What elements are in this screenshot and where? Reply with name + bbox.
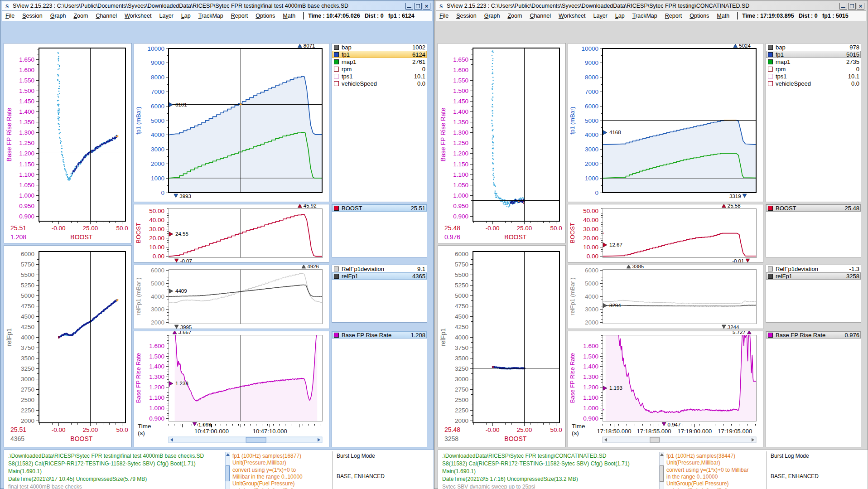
menu-session[interactable]: Session <box>456 13 476 19</box>
svg-text:3250: 3250 <box>21 365 34 372</box>
close-button[interactable]: × <box>423 3 430 10</box>
svg-text:Base FP Rise Rate: Base FP Rise Rate <box>135 353 142 403</box>
menu-worksheet[interactable]: Worksheet <box>559 13 586 19</box>
time-chart[interactable]: 0.9001.0001.1001.2001.3001.4001.5001.600… <box>134 331 329 447</box>
legend-row-rpm[interactable]: rpm0 <box>332 65 427 73</box>
maximize-button[interactable] <box>848 3 856 10</box>
svg-text:fp1 (mBar): fp1 (mBar) <box>135 107 142 134</box>
legend-row-fp1[interactable]: fp15015 <box>766 51 861 58</box>
log-scrollbar[interactable] <box>225 452 230 489</box>
legend-row-Base FP Rise Rate[interactable]: Base FP Rise Rate1.208 <box>332 331 427 339</box>
menu-options[interactable]: Options <box>690 13 709 19</box>
svg-text:4000: 4000 <box>21 334 34 341</box>
menu-lap[interactable]: Lap <box>615 13 625 19</box>
legend-channels: bap1002fp16124map12761rpm0tps110.1vehicl… <box>332 43 427 202</box>
menu-trackmap[interactable]: TrackMap <box>198 13 223 19</box>
time-chart[interactable]: 0100020003000400050006000700080009000100… <box>134 44 329 202</box>
legend-row-BOOST[interactable]: BOOST25.48 <box>766 204 861 212</box>
menu-report[interactable]: Report <box>231 13 248 19</box>
scroll-thumb[interactable] <box>660 465 664 482</box>
svg-text:0.950: 0.950 <box>19 203 34 209</box>
legend-row-rpm[interactable]: rpm0 <box>766 65 861 73</box>
menu-layer[interactable]: Layer <box>159 13 173 19</box>
time-chart[interactable]: 0.9001.0001.1001.2001.3001.4001.5001.600… <box>568 331 763 447</box>
legend-row-map1[interactable]: map12761 <box>332 58 427 65</box>
menu-graph[interactable]: Graph <box>50 13 66 19</box>
title-bar[interactable]: SSView 2.15.223 : C:\Users\Public\Docume… <box>436 1 866 11</box>
legend-row-fp1[interactable]: fp16124 <box>332 51 427 58</box>
legend-row-bap[interactable]: bap978 <box>766 44 861 51</box>
legend-row-bap[interactable]: bap1002 <box>332 44 427 51</box>
legend-row-vehicleSpeed[interactable]: vehicleSpeed0.0 <box>332 80 427 87</box>
channel-name: rpm <box>776 66 856 73</box>
svg-text:4500: 4500 <box>455 313 468 320</box>
scroll-thumb[interactable] <box>246 437 266 442</box>
menu-channel[interactable]: Channel <box>530 13 551 19</box>
svg-text:4750: 4750 <box>455 303 468 310</box>
svg-text:7000: 7000 <box>151 88 164 95</box>
time-chart[interactable]: 20003000400050006000relFp1 (mBar )492639… <box>134 265 329 329</box>
legend-row-tps1[interactable]: tps110.1 <box>766 73 861 80</box>
menu-options[interactable]: Options <box>256 13 275 19</box>
scroll-thumb[interactable] <box>650 437 659 442</box>
menu-lap[interactable]: Lap <box>181 13 191 19</box>
legend-row-BOOST[interactable]: BOOST25.51 <box>332 204 427 212</box>
scroll-thumb[interactable] <box>226 465 230 481</box>
scatter-chart[interactable]: 0.9000.9501.0001.0501.1001.1501.2001.250… <box>438 44 565 243</box>
time-chart[interactable]: 0.0010.0020.0030.0040.0050.00BOOST45.92-… <box>134 204 329 262</box>
scatter-chart[interactable]: 2000225025002750300032503500375040004250… <box>438 246 565 447</box>
title-bar[interactable]: SSView 2.15.223 : C:\Users\Public\Docume… <box>2 1 432 11</box>
time-chart[interactable]: 0100020003000400050006000700080009000100… <box>568 44 763 202</box>
log-line-middle: convert using y=(1*x)+0 to Millibar <box>666 467 748 473</box>
legend-row-RelFp1deviation[interactable]: RelFp1deviation-1.3 <box>766 265 861 272</box>
svg-text:4750: 4750 <box>21 303 34 310</box>
menu-session[interactable]: Session <box>22 13 42 19</box>
legend-boost: BOOST25.51 <box>332 204 427 257</box>
scroll-up-arrow[interactable] <box>660 453 664 456</box>
svg-text:1.000: 1.000 <box>583 405 598 412</box>
svg-text:1.300: 1.300 <box>583 373 598 380</box>
minimize-button[interactable] <box>405 3 413 10</box>
scatter-chart[interactable]: 2000225025002750300032503500375040004250… <box>4 246 131 447</box>
log-line-left: DateTime(2021\3\17 10:45) UncompressedSi… <box>8 476 147 482</box>
close-button[interactable]: × <box>857 3 864 10</box>
svg-text:10.00: 10.00 <box>149 244 164 251</box>
menu-zoom[interactable]: Zoom <box>73 13 88 19</box>
menu-file[interactable]: File <box>439 13 448 19</box>
svg-text:0: 0 <box>161 189 164 196</box>
legend-row-tps1[interactable]: tps110.1 <box>332 73 427 80</box>
close-icon: × <box>857 3 864 10</box>
menu-report[interactable]: Report <box>665 13 682 19</box>
svg-text:1.000: 1.000 <box>149 405 164 412</box>
legend-row-relFp1[interactable]: relFp14365 <box>332 272 427 280</box>
time-scrollbar[interactable] <box>169 437 322 443</box>
svg-text:0.900: 0.900 <box>19 213 34 220</box>
maximize-button[interactable] <box>414 3 422 10</box>
menu-trackmap[interactable]: TrackMap <box>632 13 657 19</box>
menu-math[interactable]: Math <box>717 13 729 19</box>
legend-row-Base FP Rise Rate[interactable]: Base FP Rise Rate0.976 <box>766 331 861 339</box>
legend-row-relFp1[interactable]: relFp13258 <box>766 272 861 280</box>
menu-worksheet[interactable]: Worksheet <box>125 13 152 19</box>
svg-text:5000: 5000 <box>585 117 598 124</box>
scatter-chart[interactable]: 0.9000.9501.0001.0501.1001.1501.2001.250… <box>4 44 131 243</box>
menu-zoom[interactable]: Zoom <box>507 13 522 19</box>
legend-row-vehicleSpeed[interactable]: vehicleSpeed0.0 <box>766 80 861 87</box>
log-scrollbar[interactable] <box>659 452 664 489</box>
log-line-left: S8(11582) Cal(RICESP-RR172-TESTING-11582… <box>442 460 630 467</box>
time-chart[interactable]: 20003000400050006000relFp1 (mBar )338532… <box>568 265 763 329</box>
svg-text:10.00: 10.00 <box>583 244 598 251</box>
svg-text:25.51: 25.51 <box>10 224 26 232</box>
time-chart[interactable]: 0.0010.0020.0030.0040.0050.00BOOST25.58-… <box>568 204 763 262</box>
menu-graph[interactable]: Graph <box>484 13 500 19</box>
menu-layer[interactable]: Layer <box>593 13 607 19</box>
legend-row-RelFp1deviation[interactable]: RelFp1deviation9.1 <box>332 265 427 272</box>
channel-swatch <box>334 206 339 211</box>
menu-math[interactable]: Math <box>283 13 295 19</box>
time-scrollbar[interactable] <box>603 437 756 443</box>
menu-file[interactable]: File <box>5 13 14 19</box>
menu-channel[interactable]: Channel <box>96 13 117 19</box>
scroll-up-arrow[interactable] <box>226 453 230 456</box>
legend-row-map1[interactable]: map12735 <box>766 58 861 65</box>
minimize-button[interactable] <box>839 3 847 10</box>
